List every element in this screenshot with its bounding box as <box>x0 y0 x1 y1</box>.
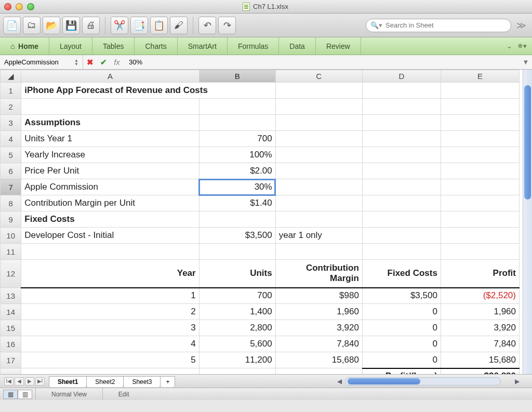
cell-selected[interactable]: 30% <box>199 179 275 195</box>
cell[interactable]: Profit <box>441 260 519 288</box>
cell[interactable]: $1.40 <box>199 195 275 211</box>
cell[interactable] <box>275 147 362 163</box>
worksheet-grid[interactable]: ◢ A B C D E 1iPhone App Forecast of Reve… <box>0 70 520 374</box>
open-button[interactable]: 📂 <box>43 17 60 34</box>
cell[interactable] <box>441 99 519 115</box>
ribbon-tab-formulas[interactable]: Formulas <box>228 37 279 55</box>
minimize-icon[interactable] <box>16 3 23 10</box>
cell[interactable]: year 1 only <box>275 228 362 244</box>
cell[interactable] <box>275 163 362 179</box>
select-all-corner[interactable]: ◢ <box>1 70 21 83</box>
col-header-E[interactable]: E <box>441 70 519 83</box>
copy-button[interactable]: 📑 <box>130 17 148 34</box>
sheet-nav-first-icon[interactable]: I◀ <box>4 377 14 386</box>
cell[interactable] <box>362 115 441 131</box>
cell[interactable] <box>362 244 441 260</box>
cell[interactable] <box>275 211 362 228</box>
cell[interactable] <box>441 244 519 260</box>
hscroll-left-icon[interactable]: ◀ <box>335 378 343 385</box>
row-header[interactable]: 7 <box>1 179 21 195</box>
cell[interactable]: 15,680 <box>441 352 519 368</box>
col-header-D[interactable]: D <box>362 70 441 83</box>
row-header[interactable]: 13 <box>1 288 21 304</box>
cell[interactable] <box>275 115 362 131</box>
cell[interactable]: iPhone App Forecast of Revenue and Costs <box>21 83 275 99</box>
search-input[interactable] <box>385 21 507 29</box>
cell[interactable] <box>362 228 441 244</box>
cell[interactable] <box>275 368 362 375</box>
fx-icon[interactable]: fx <box>110 58 124 67</box>
cell[interactable]: $980 <box>275 288 362 304</box>
cell[interactable]: 1,400 <box>199 304 275 320</box>
normal-view-button[interactable]: ▦ <box>3 390 18 399</box>
cell[interactable] <box>441 131 519 147</box>
print-button[interactable]: 🖨 <box>82 17 100 34</box>
format-painter-button[interactable]: 🖌 <box>170 17 188 34</box>
col-header-B[interactable]: B <box>199 70 275 83</box>
ribbon-tab-data[interactable]: Data <box>279 37 316 55</box>
cell[interactable] <box>362 211 441 228</box>
cell[interactable]: ($2,520) <box>441 288 519 304</box>
cell[interactable] <box>362 195 441 211</box>
cell[interactable] <box>275 179 362 195</box>
cell[interactable]: 5 <box>21 352 199 368</box>
row-header[interactable]: 8 <box>1 195 21 211</box>
sheet-nav-last-icon[interactable]: ▶I <box>35 377 45 386</box>
cell[interactable] <box>362 163 441 179</box>
cell[interactable]: $3,500 <box>362 288 441 304</box>
row-header[interactable]: 12 <box>1 260 21 288</box>
cell[interactable]: 7,840 <box>441 336 519 352</box>
cell[interactable]: 100% <box>199 147 275 163</box>
close-icon[interactable] <box>4 3 11 10</box>
formula-expand-icon[interactable]: ▼ <box>520 58 532 66</box>
ribbon-tab-layout[interactable]: Layout <box>49 37 92 55</box>
ribbon-tab-tables[interactable]: Tables <box>92 37 135 55</box>
cell[interactable]: 2,800 <box>199 320 275 336</box>
cell[interactable] <box>362 147 441 163</box>
cell[interactable]: 3 <box>21 320 199 336</box>
cell[interactable]: 0 <box>362 304 441 320</box>
cell[interactable] <box>441 115 519 131</box>
cell[interactable] <box>199 99 275 115</box>
cell[interactable]: Developer Cost - Initial <box>21 228 199 244</box>
cut-button[interactable]: ✂️ <box>111 17 128 34</box>
col-header-A[interactable]: A <box>21 70 199 83</box>
page-layout-view-button[interactable]: ▥ <box>18 390 32 399</box>
sheet-nav-prev-icon[interactable]: ◀ <box>15 377 24 386</box>
cell[interactable]: 0 <box>362 336 441 352</box>
sheet-tab-sheet1[interactable]: Sheet1 <box>49 376 87 387</box>
cell[interactable] <box>275 195 362 211</box>
undo-button[interactable]: ↶ <box>198 17 216 34</box>
cell[interactable]: 700 <box>199 131 275 147</box>
templates-button[interactable]: 🗂 <box>23 17 41 34</box>
ribbon-settings-icon[interactable]: ✵▾ <box>517 42 527 50</box>
add-sheet-button[interactable]: + <box>160 376 175 387</box>
col-header-C[interactable]: C <box>275 70 362 83</box>
cell[interactable] <box>21 368 199 375</box>
cell[interactable]: Contribution Margin <box>275 260 362 288</box>
row-header[interactable]: 16 <box>1 336 21 352</box>
scroll-thumb[interactable] <box>524 85 531 200</box>
cell[interactable]: 1,960 <box>275 304 362 320</box>
row-header[interactable]: 1 <box>1 83 21 99</box>
hscroll-right-icon[interactable]: ▶ <box>513 378 521 385</box>
cell[interactable]: $26,880 <box>441 368 519 375</box>
paste-button[interactable]: 📋 <box>150 17 168 34</box>
toolbar-overflow-icon[interactable]: ≫ <box>513 20 529 31</box>
cell[interactable] <box>275 131 362 147</box>
ribbon-tab-home[interactable]: ⌂Home <box>0 37 49 55</box>
row-header[interactable]: 15 <box>1 320 21 336</box>
cell[interactable] <box>199 211 275 228</box>
row-header[interactable]: 17 <box>1 352 21 368</box>
cell[interactable] <box>441 163 519 179</box>
row-header[interactable]: 3 <box>1 115 21 131</box>
cell[interactable]: 1 <box>21 288 199 304</box>
sheet-tab-sheet3[interactable]: Sheet3 <box>123 376 161 387</box>
cell[interactable] <box>362 179 441 195</box>
save-button[interactable]: 💾 <box>62 17 80 34</box>
cell[interactable]: Profit/(Loss) <box>362 368 441 375</box>
cell[interactable]: 7,840 <box>275 336 362 352</box>
cell[interactable]: 2 <box>21 304 199 320</box>
ribbon-tab-review[interactable]: Review <box>316 37 361 55</box>
cell[interactable]: Price Per Unit <box>21 163 199 179</box>
